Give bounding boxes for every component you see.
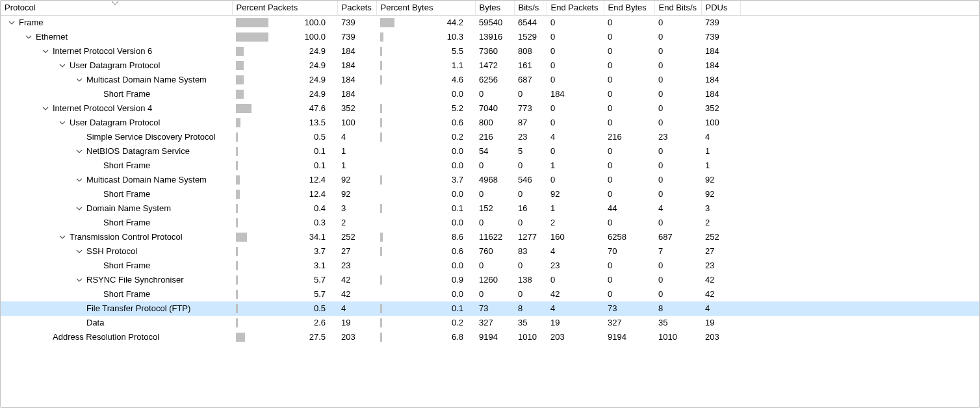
end-packets-value: 0 — [547, 44, 604, 58]
end-packets-value: 0 — [547, 144, 604, 159]
table-row[interactable]: Internet Protocol Version 447.63525.2704… — [1, 101, 979, 116]
chevron-down-icon[interactable] — [76, 177, 84, 183]
percent-packets-bar — [236, 290, 268, 299]
col-header-bits-s[interactable]: Bits/s — [514, 1, 547, 16]
end-bits-s-value: 0 — [654, 273, 701, 287]
table-row[interactable]: Multicast Domain Name System12.4923.7496… — [1, 173, 979, 187]
row-spacer — [740, 273, 979, 287]
packets-value: 1 — [337, 159, 376, 173]
table-row[interactable]: Short Frame5.7420.000420042 — [1, 287, 979, 301]
row-spacer — [740, 130, 979, 144]
chevron-down-icon[interactable] — [76, 248, 84, 255]
pdus-value: 203 — [701, 330, 740, 344]
end-bytes-value: 0 — [604, 273, 654, 287]
col-header-pdus[interactable]: PDUs — [701, 1, 740, 16]
percent-packets-bar — [236, 218, 268, 227]
table-row[interactable]: Domain Name System0.430.11521614443 — [1, 201, 979, 216]
table-row[interactable]: User Datagram Protocol24.91841.114721610… — [1, 58, 979, 73]
percent-packets-bar — [236, 161, 268, 170]
chevron-down-icon[interactable] — [42, 48, 50, 55]
end-bytes-value: 0 — [604, 116, 654, 130]
percent-packets-cell: 0.1 — [232, 159, 337, 173]
bits-s-value: 0 — [514, 287, 547, 301]
table-row[interactable]: Ethernet100.073910.3139161529000739 — [1, 30, 979, 44]
protocol-label: Short Frame — [103, 261, 150, 270]
col-header-protocol[interactable]: Protocol — [1, 1, 232, 16]
row-spacer — [740, 16, 979, 30]
percent-bytes-bar — [380, 247, 413, 256]
percent-bytes-value: 5.5 — [417, 46, 471, 56]
chevron-down-icon[interactable] — [8, 19, 16, 26]
percent-bytes-value: 3.7 — [417, 175, 471, 185]
col-header-percent-bytes[interactable]: Percent Bytes — [376, 1, 475, 16]
row-spacer — [740, 44, 979, 58]
end-packets-value: 160 — [547, 230, 604, 244]
table-row[interactable]: User Datagram Protocol13.51000.680087000… — [1, 116, 979, 130]
packets-value: 27 — [337, 244, 376, 259]
chevron-down-icon[interactable] — [25, 34, 33, 40]
percent-bytes-value: 0.9 — [417, 275, 471, 285]
table-row[interactable]: Frame100.073944.2595406544000739 — [1, 16, 979, 30]
percent-bytes-cell: 0.0 — [376, 87, 475, 101]
table-row[interactable]: Short Frame3.1230.000230023 — [1, 259, 979, 273]
col-header-percent-packets[interactable]: Percent Packets — [232, 1, 337, 16]
end-bytes-value: 0 — [604, 101, 654, 116]
col-header-end-bits-s[interactable]: End Bits/s — [654, 1, 701, 16]
chevron-down-icon[interactable] — [76, 77, 84, 83]
chevron-down-icon[interactable] — [76, 277, 84, 283]
end-bits-s-value: 0 — [654, 216, 701, 230]
percent-packets-bar — [236, 190, 268, 199]
table-row[interactable]: Short Frame24.91840.00018400184 — [1, 87, 979, 101]
row-spacer — [740, 259, 979, 273]
table-row[interactable]: Address Resolution Protocol27.52036.8919… — [1, 330, 979, 344]
percent-bytes-value: 0.2 — [417, 132, 471, 142]
row-spacer — [740, 301, 979, 316]
end-bits-s-value: 687 — [654, 230, 701, 244]
table-row[interactable]: Transmission Control Protocol34.12528.61… — [1, 230, 979, 244]
end-bits-s-value: 7 — [654, 244, 701, 259]
protocol-hierarchy-table[interactable]: Protocol Percent Packets Packets Percent… — [1, 1, 979, 344]
bits-s-value: 0 — [514, 259, 547, 273]
end-bits-s-value: 0 — [654, 30, 701, 44]
col-header-end-bytes[interactable]: End Bytes — [604, 1, 654, 16]
table-row[interactable]: Simple Service Discovery Protocol0.540.2… — [1, 130, 979, 144]
col-header-end-packets[interactable]: End Packets — [547, 1, 604, 16]
table-row[interactable]: Data2.6190.232735193273519 — [1, 316, 979, 330]
col-header-bytes[interactable]: Bytes — [475, 1, 514, 16]
table-row[interactable]: NetBIOS Datagram Service0.110.05450001 — [1, 144, 979, 159]
percent-packets-value: 0.1 — [272, 146, 333, 156]
chevron-down-icon[interactable] — [42, 105, 50, 112]
chevron-down-icon[interactable] — [59, 120, 67, 126]
table-row[interactable]: Short Frame0.320.0002002 — [1, 216, 979, 230]
end-bytes-value: 73 — [604, 301, 654, 316]
table-row[interactable]: Multicast Domain Name System24.91844.662… — [1, 73, 979, 87]
pdus-value: 27 — [701, 244, 740, 259]
table-row[interactable]: File Transfer Protocol (FTP)0.540.173847… — [1, 301, 979, 316]
percent-bytes-value: 0.1 — [417, 203, 471, 213]
protocol-label: Simple Service Discovery Protocol — [86, 132, 216, 142]
bits-s-value: 0 — [514, 216, 547, 230]
table-row[interactable]: RSYNC File Synchroniser5.7420.9126013800… — [1, 273, 979, 287]
percent-bytes-cell: 4.6 — [376, 73, 475, 87]
table-row[interactable]: Short Frame0.110.0001001 — [1, 159, 979, 173]
bytes-value: 800 — [475, 116, 514, 130]
pdus-value: 2 — [701, 216, 740, 230]
bytes-value: 327 — [475, 316, 514, 330]
table-row[interactable]: Internet Protocol Version 624.91845.5736… — [1, 44, 979, 58]
protocol-hierarchy-panel[interactable]: Protocol Percent Packets Packets Percent… — [0, 0, 980, 408]
end-bytes-value: 0 — [604, 173, 654, 187]
bytes-value: 7360 — [475, 44, 514, 58]
percent-packets-cell: 13.5 — [232, 116, 337, 130]
chevron-down-icon[interactable] — [76, 205, 84, 212]
table-row[interactable]: Short Frame12.4920.000920092 — [1, 187, 979, 201]
pdus-value: 100 — [701, 116, 740, 130]
end-bytes-value: 0 — [604, 44, 654, 58]
chevron-down-icon[interactable] — [59, 62, 67, 69]
chevron-down-icon[interactable] — [76, 148, 84, 155]
table-row[interactable]: SSH Protocol3.7270.676083470727 — [1, 244, 979, 259]
chevron-down-icon[interactable] — [59, 234, 67, 240]
col-header-packets[interactable]: Packets — [337, 1, 376, 16]
end-bytes-value: 0 — [604, 144, 654, 159]
percent-bytes-cell: 0.0 — [376, 159, 475, 173]
end-packets-value: 92 — [547, 187, 604, 201]
